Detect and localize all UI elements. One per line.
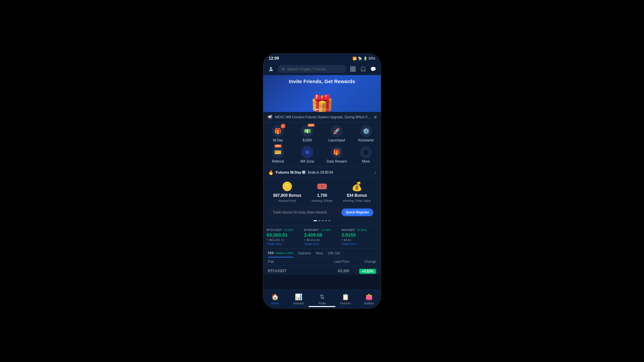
nav-more[interactable]: ⊞ More (352, 146, 381, 163)
announcement-bar[interactable]: 📢 MEXC Will Conduct Futures System Upgra… (263, 112, 381, 122)
announcement-menu-icon[interactable]: ≡ (374, 114, 377, 120)
table-header: Pair Last Price Change (263, 258, 381, 266)
tab-hot[interactable]: Hot Maker 0.00% (268, 251, 293, 257)
row-change-btc: +0.52% (349, 268, 376, 274)
mxzone-label: MX Zone (301, 160, 314, 163)
home-indicator (309, 306, 335, 307)
header: 🎧 💬 (263, 63, 381, 75)
ticket-value-label: Winning Ticket Value (343, 199, 371, 202)
more-label: More (362, 160, 370, 163)
reward-pool-value: $87,800 Bonus (273, 193, 301, 198)
market-tabs: Hot Maker 0.00% Gainers New 24h Vol (263, 249, 381, 258)
futures-mday-bar[interactable]: 🔥 Futures M-Day ℹ️ Ends in 18:50:54 › (263, 167, 381, 178)
ticker-btc-usd: ≈ $63,401.71 (267, 238, 303, 242)
nav-kickstarter[interactable]: ⚙️ Kickstarter (352, 125, 381, 142)
scroll-content: 🎧 💬 Invite Friends, Get Rewards 🎁 📢 MEXC… (263, 63, 381, 275)
svg-rect-5 (354, 70, 355, 71)
nav-1000[interactable]: 💵 HOT $1000 (293, 125, 322, 142)
1000-icon: 💵 HOT (301, 125, 313, 137)
trade-now-mx[interactable]: Trade Now › (341, 242, 377, 246)
carousel-dot-5 (328, 220, 330, 221)
tab-24hvol[interactable]: 24h Vol (328, 251, 340, 257)
nav-mxzone[interactable]: M MX Zone (293, 146, 322, 163)
search-input[interactable] (287, 67, 342, 71)
quick-nav-row1: 🎁 1 M-Day 💵 HOT $1000 🚀 Launchpad ⚙️ Kic… (263, 122, 381, 145)
bottom-nav: 🏠 Home 📊 Markets ⇅ Trade 📋 Futures 👛 Wal… (263, 290, 381, 308)
carousel-dots (268, 218, 376, 222)
referral-badge: 30% (274, 144, 282, 147)
bottom-nav-markets[interactable]: 📊 Markets (287, 290, 310, 308)
futures-mday-icon: 🔥 (268, 170, 274, 175)
reward-pool-icon: 🪙 (282, 181, 292, 192)
row-pair-btc: BTC/USDT (268, 269, 316, 273)
mday-badge: 1 (281, 124, 285, 128)
trade-now-btc[interactable]: Trade Now › (267, 242, 303, 246)
winning-tickets-label: Winning Tickets (312, 199, 333, 202)
headset-icon[interactable]: 🎧 (359, 65, 367, 73)
svg-point-0 (270, 67, 272, 69)
svg-line-2 (284, 70, 285, 70)
launchpad-label: Launchpad (328, 138, 345, 142)
kickstarter-label: Kickstarter (358, 138, 374, 142)
bottom-nav-trade[interactable]: ⇅ Trade (310, 290, 334, 308)
nav-launchpad[interactable]: 🚀 Launchpad (322, 125, 352, 142)
home-icon: 🏠 (271, 293, 279, 301)
ticker-mx[interactable]: MX/USDT +0.93% 3.9155 ≈ $3.91 Trade Now … (341, 228, 377, 246)
launchpad-icon: 🚀 (331, 125, 343, 137)
trade-icon: ⇅ (320, 293, 325, 301)
table-row[interactable]: BTC/USDT 63,330 +0.52% (263, 266, 381, 275)
phone-frame: 12:09 📶 📡 🔋 83% (263, 53, 381, 309)
chat-icon[interactable]: 💬 (369, 65, 377, 73)
ticker-eth-pair: ETH/USDT +1.24% (304, 228, 340, 232)
ticker-btc-change: +0.52% (283, 228, 293, 232)
filter-icon[interactable] (349, 65, 357, 73)
ticket-value-icon: 💰 (352, 181, 362, 192)
bottom-nav-wallets[interactable]: 👛 Wallets (357, 290, 381, 308)
hot-badge: HOT (308, 124, 315, 127)
carousel-dot-1 (314, 220, 317, 221)
winning-tickets-value: 1,700 (317, 193, 327, 198)
col-pair-header: Pair (268, 260, 316, 263)
signal-icon: 📡 (358, 57, 362, 60)
megaphone-icon: 📢 (267, 115, 272, 119)
tab-gainers[interactable]: Gainers (298, 251, 311, 257)
tab-new[interactable]: New (316, 251, 323, 257)
rewards-section: 🪙 $87,800 Bonus Reward Pool 🎟️ 1,700 Win… (263, 178, 381, 226)
price-tickers: BTC/USDT +0.52% 63,360.01 ≈ $63,401.71 T… (263, 226, 381, 249)
search-bar[interactable] (277, 65, 346, 73)
nav-daily-reward[interactable]: 🎁 Daily Reward (322, 146, 352, 163)
wifi-icon: 📶 (353, 57, 357, 60)
promo-banner[interactable]: Invite Friends, Get Rewards 🎁 (263, 75, 381, 112)
ticker-eth[interactable]: ETH/USDT +1.24% 3,409.58 ≈ $3,411.82 Tra… (304, 228, 340, 246)
1000-label: $1000 (303, 138, 312, 142)
ticker-mx-price: 3.9155 (341, 232, 377, 238)
winning-tickets-icon: 🎟️ (317, 181, 327, 192)
futures-label: Futures (340, 302, 351, 305)
reward-pool-label: Reward Pool (279, 199, 296, 202)
wallets-icon: 👛 (365, 293, 373, 301)
quick-nav-row2: 🎫 30% Referral M MX Zone 🎁 Daily Reward … (263, 145, 381, 167)
nav-mday[interactable]: 🎁 1 M-Day (263, 125, 293, 142)
svg-point-1 (282, 68, 284, 70)
ticket-value-amount: $34 Bonus (347, 193, 367, 198)
ticker-mx-pair: MX/USDT +0.93% (341, 228, 377, 232)
col-last-price-header: Last Price (316, 260, 349, 263)
row-price-btc: 63,330 (316, 269, 349, 273)
carousel-dot-3 (322, 220, 324, 221)
ticker-btc[interactable]: BTC/USDT +0.52% 63,360.01 ≈ $63,401.71 T… (267, 228, 303, 246)
futures-mday-info-icon: ℹ️ (302, 171, 306, 174)
nav-referral[interactable]: 🎫 30% Referral (263, 146, 293, 163)
svg-rect-3 (351, 67, 352, 68)
banner-dots (315, 109, 329, 110)
ticker-eth-price: 3,409.58 (304, 232, 340, 238)
mxzone-icon: M (301, 146, 313, 158)
quick-register-button[interactable]: Quick Register (341, 208, 373, 216)
trade-now-eth[interactable]: Trade Now › (304, 242, 340, 246)
bottom-nav-home[interactable]: 🏠 Home (263, 290, 287, 308)
status-time: 12:09 (269, 56, 279, 61)
bottom-nav-futures[interactable]: 📋 Futures (334, 290, 357, 308)
profile-icon[interactable] (267, 65, 275, 73)
carousel-dot-2 (318, 220, 320, 221)
futures-mday-timer: Ends in 18:50:54 (307, 171, 333, 174)
markets-label: Markets (293, 302, 304, 305)
